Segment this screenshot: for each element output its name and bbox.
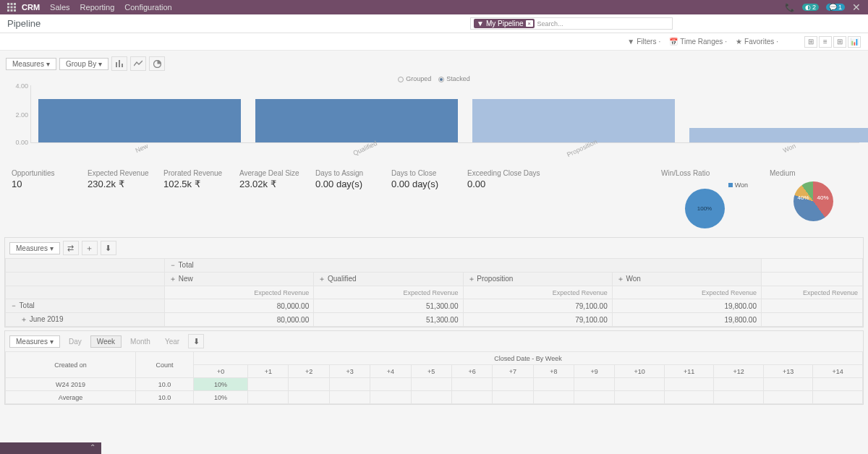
svg-rect-10 xyxy=(119,60,120,67)
svg-rect-1 xyxy=(11,3,13,5)
cohort-row-w24[interactable]: W24 2019 10.0 10% xyxy=(6,378,863,391)
bottom-panel-toggle[interactable] xyxy=(0,442,101,454)
bar-x-labels: New Qualified Proposition Won xyxy=(30,145,859,159)
svg-rect-8 xyxy=(14,9,16,12)
pivot-view-icon[interactable]: ⊞ xyxy=(833,36,846,48)
pivot-row-june[interactable]: ＋ June 2019 80,000.00 51,300.00 79,100.0… xyxy=(6,313,863,327)
groupby-button[interactable]: Group By ▾ xyxy=(59,58,109,70)
svg-rect-11 xyxy=(122,64,123,67)
breadcrumb-row: Pipeline ▼ My Pipeline × Search... xyxy=(0,14,868,33)
close-icon[interactable]: ✕ xyxy=(852,1,861,13)
app-brand[interactable]: CRM xyxy=(22,3,40,12)
top-navbar: CRM Sales Reporting Configuration 📞 ◐ 2 … xyxy=(0,0,868,14)
bar-new[interactable] xyxy=(38,99,241,142)
measures-button[interactable]: Measures ▾ xyxy=(6,58,56,70)
tag-remove-icon[interactable]: × xyxy=(526,20,533,27)
page-title: Pipeline xyxy=(7,18,41,29)
winloss-pie: Win/Loss Ratio Won 100% xyxy=(661,169,748,228)
period-day[interactable]: Day xyxy=(63,336,88,347)
kpi-days-to-assign: Days to Assign0.00 day(s) xyxy=(315,169,377,228)
search-placeholder: Search... xyxy=(537,20,563,27)
graph-view-icon[interactable]: 📊 xyxy=(848,36,861,48)
svg-rect-3 xyxy=(7,7,9,9)
line-chart-icon[interactable] xyxy=(130,56,146,71)
cohort-measures-button[interactable]: Measures ▾ xyxy=(9,335,60,348)
period-year[interactable]: Year xyxy=(159,336,185,347)
download-icon[interactable]: ⬇ xyxy=(101,241,116,255)
cohort-download-icon[interactable]: ⬇ xyxy=(188,334,204,348)
svg-rect-6 xyxy=(7,9,9,12)
svg-rect-2 xyxy=(14,3,16,5)
kpi-exceeding-days: Exceeding Close Days0.00 xyxy=(467,169,540,228)
bar-proposition[interactable] xyxy=(472,99,675,142)
view-switcher: ⊞ ≡ ⊞ 📊 xyxy=(804,36,861,48)
kpi-opportunities: Opportunities10 xyxy=(12,169,73,228)
svg-rect-9 xyxy=(116,62,117,67)
bar-chart-icon[interactable] xyxy=(111,56,127,71)
favorites-dropdown[interactable]: ★ Favorites · xyxy=(736,38,778,46)
filter-row: ▼ Filters · 📅 Time Ranges · ★ Favorites … xyxy=(0,33,868,51)
svg-rect-7 xyxy=(11,9,13,12)
svg-rect-5 xyxy=(14,7,16,9)
svg-rect-4 xyxy=(11,7,13,9)
list-view-icon[interactable]: ≡ xyxy=(819,36,832,48)
pivot-measures-button[interactable]: Measures ▾ xyxy=(9,242,60,254)
menu-reporting[interactable]: Reporting xyxy=(80,3,115,12)
kpi-row: Opportunities10 Expected Revenue230.2k ₹… xyxy=(4,163,864,234)
menu-configuration[interactable]: Configuration xyxy=(124,3,171,12)
cohort-row-average[interactable]: Average 10.0 10% xyxy=(6,391,863,404)
kpi-days-to-close: Days to Close0.00 day(s) xyxy=(391,169,453,228)
search-tag[interactable]: ▼ My Pipeline × xyxy=(474,19,535,28)
flip-axis-icon[interactable]: ⇄ xyxy=(63,241,79,255)
bar-qualified[interactable] xyxy=(255,99,458,142)
kpi-expected-revenue: Expected Revenue230.2k ₹ xyxy=(88,169,149,228)
top-menu: Sales Reporting Configuration xyxy=(50,3,172,12)
phone-icon[interactable]: 📞 xyxy=(785,3,795,12)
apps-icon[interactable] xyxy=(7,2,17,12)
menu-sales[interactable]: Sales xyxy=(50,3,70,12)
search-box[interactable]: ▼ My Pipeline × Search... xyxy=(470,17,673,30)
period-week[interactable]: Week xyxy=(90,335,122,348)
svg-rect-0 xyxy=(7,3,9,5)
chart-legend: Grouped Stacked xyxy=(4,75,864,82)
filter-icon: ▼ xyxy=(477,20,484,27)
dashboard-view-icon[interactable]: ⊞ xyxy=(804,36,817,48)
legend-stacked[interactable]: Stacked xyxy=(438,75,470,82)
pie-chart-icon[interactable] xyxy=(149,56,165,71)
legend-grouped[interactable]: Grouped xyxy=(398,75,431,82)
period-month[interactable]: Month xyxy=(124,336,156,347)
chat-badge[interactable]: 💬 1 xyxy=(826,4,845,11)
time-ranges-dropdown[interactable]: 📅 Time Ranges · xyxy=(669,38,727,46)
pipeline-bar-chart: 4.00 2.00 0.00 xyxy=(30,85,859,143)
kpi-prorated-revenue: Prorated Revenue102.5k ₹ xyxy=(163,169,225,228)
filters-dropdown[interactable]: ▼ Filters · xyxy=(627,38,660,46)
medium-pie: Medium 40% 40% xyxy=(770,169,856,228)
expand-icon[interactable]: ＋ xyxy=(82,241,98,255)
inbox-badge[interactable]: ◐ 2 xyxy=(802,4,819,11)
pivot-table: Measures ▾ ⇄ ＋ ⬇ － Total ＋ New ＋ Qualifi… xyxy=(4,237,864,327)
kpi-avg-deal-size: Average Deal Size23.02k ₹ xyxy=(239,169,301,228)
bar-won[interactable] xyxy=(689,128,868,142)
cohort-table: Measures ▾ Day Week Month Year ⬇ Created… xyxy=(4,330,864,405)
pivot-row-total[interactable]: － Total 80,000.00 51,300.00 79,100.00 19… xyxy=(6,299,863,313)
